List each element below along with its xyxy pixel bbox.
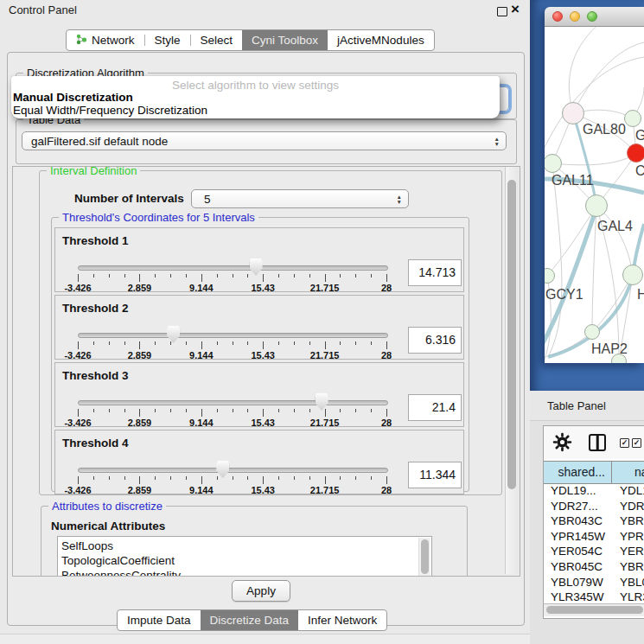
table-data-combo[interactable]: galFiltered.sif default node ▲▼ [22,131,507,150]
network-node-g[interactable] [624,110,641,127]
slider-track[interactable] [78,400,388,405]
tab-select[interactable]: Select [191,30,243,50]
close-traffic-light-icon[interactable] [552,11,563,22]
network-canvas[interactable]: GAL80GCGAL11GAL4GCY1HHAP2 [545,27,644,363]
network-node[interactable] [611,354,627,363]
list-scrollbar-thumb[interactable] [421,539,429,574]
table-row[interactable]: YLR345WYLR3 [544,590,644,603]
slider-track[interactable] [78,468,388,473]
slider-track[interactable] [78,265,388,271]
checkbox-icon[interactable]: ✓ [620,438,629,448]
network-window-titlebar[interactable] [545,7,644,27]
network-node-h[interactable] [622,265,643,285]
cell-name[interactable]: YER0 [620,544,644,559]
number-of-intervals-value: 5 [204,193,211,206]
attribute-list-item[interactable]: SelfLoops [61,539,431,553]
tab-network[interactable]: Network [67,30,144,50]
attribute-list-item[interactable]: TopologicalCoefficient [61,553,431,568]
table-row[interactable]: YBR043CYBR0 [544,513,644,529]
column-header-shared-name[interactable]: shared... [544,462,612,483]
tab-impute-data[interactable]: Impute Data [118,610,201,630]
threshold-panel: Threshold 2 -3.4262.8599.14415.4321.7152… [54,295,464,360]
tab-jactive-label: jActiveMNodules [337,34,424,47]
cell-shared-name[interactable]: YBR043C [551,513,603,529]
number-of-intervals-combo[interactable]: 5 ▲▼ [191,189,409,208]
slider-thumb[interactable] [167,326,180,343]
list-scrollbar[interactable] [418,538,430,577]
cell-name[interactable]: YDL1 [620,483,644,499]
control-panel: Control Panel × Network Style Select Cyn… [0,0,531,644]
tab-infer-network[interactable]: Infer Network [298,610,386,630]
table-row[interactable]: YBR045CYBR0 [544,559,644,575]
cell-name[interactable]: YPR1 [620,529,644,545]
numerical-attributes-label: Numerical Attributes [51,520,165,532]
tab-cyni-toolbox[interactable]: Cyni Toolbox [242,30,328,50]
threshold-label: Threshold 2 [62,302,129,315]
close-icon[interactable]: × [511,1,520,18]
cell-shared-name[interactable]: YBL079W [551,575,603,590]
tab-style[interactable]: Style [145,30,190,50]
threshold-value-box[interactable]: 21.4 [408,394,462,421]
float-window-icon[interactable] [497,7,507,16]
numerical-attributes-list[interactable]: SelfLoopsTopologicalCoefficientBetweenne… [57,536,432,577]
slider-track[interactable] [78,333,388,338]
threshold-label: Threshold 4 [62,437,129,450]
slider-thumb[interactable] [250,258,263,276]
network-node-c[interactable] [627,143,644,163]
slider-thumb[interactable] [316,393,328,411]
horizontal-scrollbar[interactable] [544,603,644,616]
stepper-arrows-icon: ▲▼ [397,194,402,204]
dropdown-item-equal-width-frequency[interactable]: Equal Width/Frequency Discretization [13,104,207,117]
table-row[interactable]: YER054CYER0 [544,544,644,559]
dropdown-item-manual-discretization[interactable]: Manual Discretization [13,91,133,104]
bottom-strip [0,634,530,644]
vertical-scrollbar-thumb[interactable] [507,180,516,489]
network-node-label: GAL11 [552,173,594,188]
cell-name[interactable]: YLR3 [620,590,644,603]
table-panel-title: Table Panel [547,399,606,412]
threshold-value-box[interactable]: 14.713 [408,259,462,286]
cell-shared-name[interactable]: YDL19... [551,483,596,499]
slider-thumb[interactable] [216,461,229,478]
number-of-intervals-label: Number of Intervals [74,192,184,205]
zoom-traffic-light-icon[interactable] [587,11,597,22]
cell-shared-name[interactable]: YLR345W [551,590,604,603]
attribute-list-item[interactable]: BetweennessCentrality [61,568,431,577]
top-tab-bar: Network Style Select Cyni Toolbox jActiv… [66,29,435,51]
tab-jactivemnodules[interactable]: jActiveMNodules [328,30,434,50]
tab-discretize-data[interactable]: Discretize Data [201,610,299,630]
network-node-label: C [635,163,644,179]
horizontal-scrollbar-thumb[interactable] [546,606,643,614]
cell-name[interactable]: YBR0 [620,559,644,575]
cell-shared-name[interactable]: YER054C [551,544,603,559]
gear-icon[interactable] [552,432,572,456]
cell-shared-name[interactable]: YDR27... [551,499,598,514]
cell-shared-name[interactable]: YPR145W [551,529,605,545]
threshold-value-box[interactable]: 6.316 [408,327,462,354]
vertical-scrollbar[interactable] [505,167,519,574]
threshold-panel: Threshold 3 -3.4262.8599.14415.4321.7152… [54,362,464,427]
cell-name[interactable]: YBL0 [620,575,644,590]
table-row[interactable]: YDR27...YDR2 [544,499,644,514]
apply-button[interactable]: Apply [232,580,290,602]
slider-tick-labels: -3.4262.8599.14415.4321.71528 [78,481,387,493]
cell-shared-name[interactable]: YBR045C [551,559,603,575]
threshold-value-box[interactable]: 11.344 [408,462,462,488]
cell-name[interactable]: YDR2 [620,499,644,514]
table-row[interactable]: YBL079WYBL0 [544,575,644,590]
threshold-panel: Threshold 4 -3.4262.8599.14415.4321.7152… [54,430,464,494]
cell-name[interactable]: YBR0 [620,513,644,529]
network-node-gal4[interactable] [585,194,608,217]
network-node-hap2[interactable] [584,324,600,340]
table-row[interactable]: YPR145WYPR1 [544,529,644,545]
table-row[interactable]: YDL19...YDL1 [544,483,644,499]
columns-icon[interactable] [589,434,606,451]
slider-tick-labels: -3.4262.8599.14415.4321.71528 [78,413,387,425]
column-header-name[interactable]: na [634,462,644,483]
network-window: GAL80GCGAL11GAL4GCY1HHAP2 [545,7,644,363]
network-node-gal80[interactable] [562,102,584,124]
table-rows: YDL19...YDL1YDR27...YDR2YBR043CYBR0YPR14… [544,483,644,603]
checkbox-icon[interactable]: ✓ [632,438,641,448]
tab-network-label: Network [92,34,135,47]
minimize-traffic-light-icon[interactable] [570,11,580,22]
